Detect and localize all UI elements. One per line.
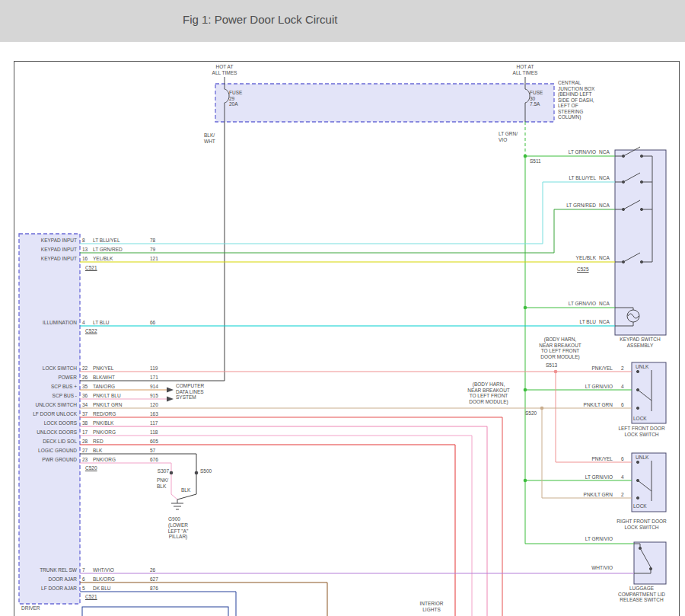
module-pin-number: 23 (82, 457, 88, 463)
lf-switch-caption: LEFT FRONT DOOR LOCK SWITCH (611, 426, 672, 437)
rf-wire-pin: 6 (621, 456, 624, 462)
module-pin-number: 26 (82, 375, 88, 381)
module-pin-label: ILLUMINATION (21, 320, 77, 326)
module-pin-row: KEYPAD INPUT16YEL/BLK121 (0, 256, 685, 263)
module-pin-wire: RED/ORG (93, 411, 116, 417)
module-pin-circuit: 66 (150, 320, 155, 326)
module-pin-label: DOOR AJAR (21, 576, 77, 582)
module-pin-circuit: 915 (150, 393, 158, 399)
luggage-switch-caption: LUGGAGE COMPARTMENT LID RELEASE SWITCH (610, 586, 674, 603)
module-pin-row: SCP BUS -36PNK/LT BLU915 (0, 393, 685, 400)
wire-label-blk-wht: BLK/ WHT (204, 132, 215, 144)
rf-wire-name: PNK/YEL (558, 456, 613, 462)
module-pin-number: 7 (82, 567, 85, 573)
ground-g900-label: G900 (168, 516, 180, 522)
module-pin-label: LF DOOR UNLOCK (21, 411, 77, 417)
module-pin-row: KEYPAD INPUT8LT BLU/YEL78 (0, 238, 685, 244)
module-pin-row: LOCK DOORS38PNK/BLK117 (0, 420, 685, 427)
module-pin-wire: BLK/ORG (93, 576, 115, 582)
module-pin-label: POWER (21, 375, 77, 381)
module-pin-wire: PNK/LT BLU (93, 393, 121, 399)
module-pin-row: LF DOOR AJAR5DK BLU876 (0, 586, 685, 592)
splice-s500-label: S500 (200, 468, 212, 474)
module-pin-number: 17 (82, 429, 88, 436)
module-pin-circuit: 120 (150, 402, 158, 408)
module-pin-number: 34 (82, 402, 88, 408)
module-pin-wire: DK BLU (93, 586, 110, 592)
module-pin-wire: LT GRN/RED (93, 247, 123, 253)
module-pin-row: DECK LID SOL28RED605 (0, 439, 685, 445)
module-pin-row: LF DOOR UNLOCK37RED/ORG163 (0, 411, 685, 418)
module-pin-label: DECK LID SOL (21, 439, 77, 445)
module-pin-wire: PNK/YEL (93, 365, 113, 372)
module-pin-wire: PNK/LT GRN (93, 402, 122, 408)
module-pin-circuit: 119 (150, 365, 158, 372)
lf-switch-unlk-label: UNLK (636, 364, 648, 370)
module-pin-number: 22 (82, 365, 88, 372)
keypad-wire-nca: NCA (599, 149, 610, 155)
wiring-diagram-page: Fig 1: Power Door Lock Circuit (0, 0, 685, 616)
wire-label-pnk-blk: PNK/ BLK (157, 477, 168, 489)
module-pin-circuit: 163 (150, 411, 158, 417)
module-pin-label: KEYPAD INPUT (21, 247, 77, 253)
luggage-wire-name: WHT/VIO (558, 565, 613, 571)
module-pin-label: UNLOCK SWITCH (21, 402, 77, 408)
module-pin-number: 6 (82, 576, 85, 582)
module-pin-label: KEYPAD INPUT (21, 238, 77, 244)
interior-lights-note: INTERIOR LIGHTS (413, 601, 450, 612)
module-pin-circuit: 79 (150, 247, 155, 253)
fuse-29-label: FUSE 29 20A (229, 90, 242, 107)
module-pin-circuit: 78 (150, 238, 155, 244)
keypad-wire-name: LT BLU/YEL (543, 175, 596, 181)
keypad-wire-nca: NCA (599, 175, 610, 181)
module-pin-label: KEYPAD INPUT (21, 256, 77, 262)
keypad-wire-name: LT GRN/RED (543, 203, 596, 209)
module-pin-wire: PNK/BLK (93, 420, 113, 426)
lf-switch-lock-label: LOCK (633, 416, 647, 422)
module-pin-label: UNLOCK DOORS (21, 429, 77, 436)
module-pin-row: DOOR AJAR6BLK/ORG627 (0, 576, 685, 583)
module-pin-number: 38 (82, 420, 88, 426)
module-pin-wire: TAN/ORG (93, 384, 115, 390)
connector-c525: C525 (577, 267, 589, 273)
module-pin-wire: PNK/ORG (93, 457, 116, 463)
splice-s307-label: S307 (152, 468, 169, 474)
module-pin-number: 5 (82, 586, 85, 592)
module-pin-circuit: 876 (150, 586, 158, 592)
module-pin-number: 35 (82, 384, 88, 390)
module-pin-row: KEYPAD INPUT13LT GRN/RED79 (0, 247, 685, 254)
wire-label-lt-grn-vio: LT GRN/ VIO (499, 131, 518, 142)
module-pin-label: SCP BUS - (21, 393, 77, 399)
module-pin-circuit: 627 (150, 576, 158, 582)
module-pin-number: 27 (82, 448, 88, 454)
connector-c521-top: C521 (85, 265, 97, 271)
module-pin-circuit: 121 (150, 256, 158, 262)
module-pin-wire: LT BLU (93, 320, 109, 326)
module-pin-circuit: 676 (150, 457, 158, 463)
rf-wire-name: PNK/LT GRN (558, 492, 613, 498)
wire-label-blk: BLK (181, 487, 190, 493)
rf-switch-lock-label: LOCK (633, 503, 647, 509)
module-pin-row: LOGIC GROUND27BLK57 (0, 448, 685, 455)
rf-wire-pin: 4 (621, 474, 624, 480)
lf-wire-pin: 4 (621, 384, 624, 390)
central-junction-box-note: CENTRAL JUNCTION BOX (BEHIND LEFT SIDE O… (558, 80, 594, 120)
body-harness-note-2: (BODY HARN, NEAR BREAKOUT TO LEFT FRONT … (461, 381, 516, 404)
connector-c520: C520 (85, 465, 97, 471)
lf-wire-name: PNK/LT GRN (558, 402, 613, 408)
module-pin-circuit: 914 (150, 384, 158, 390)
fuse-30-label: FUSE 30 7.5A (530, 90, 543, 107)
module-pin-label: LOGIC GROUND (21, 448, 77, 454)
diagram-labels: HOT AT ALL TIMES HOT AT ALL TIMES FUSE 2… (0, 0, 685, 616)
module-pin-label: SCP BUS + (21, 384, 77, 390)
connector-c521-bottom: C521 (85, 594, 97, 600)
module-pin-label: LOCK SWITCH (21, 365, 77, 372)
module-pin-number: 28 (82, 439, 88, 445)
module-pin-wire: WHT/VIO (93, 567, 114, 573)
module-pin-number: 37 (82, 411, 88, 417)
module-pin-row: UNLOCK DOORS17PNK/ORG118 (0, 429, 685, 436)
rf-switch-caption: RIGHT FRONT DOOR LOCK SWITCH (611, 519, 672, 530)
module-pin-number: 13 (82, 247, 88, 253)
keypad-assembly-caption: KEYPAD SWITCH ASSEMBLY (612, 337, 668, 348)
module-pin-number: 16 (82, 256, 88, 262)
